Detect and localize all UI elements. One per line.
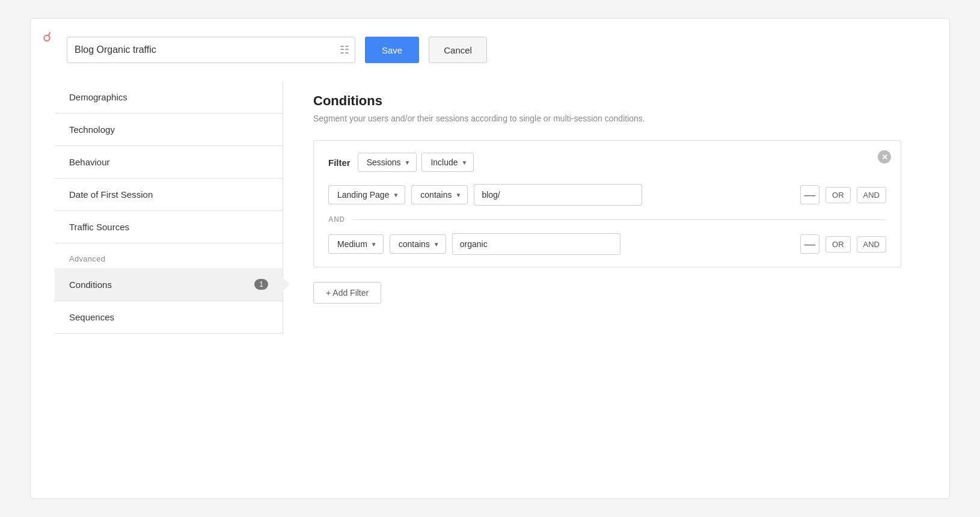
sidebar-item-behaviour[interactable]: Behaviour <box>55 146 283 179</box>
add-filter-button[interactable]: + Add Filter <box>313 282 381 304</box>
remove-row-2-button[interactable]: — <box>800 234 819 254</box>
or-button-2[interactable]: OR <box>825 236 851 252</box>
sidebar-item-traffic-sources[interactable]: Traffic Sources <box>55 211 283 243</box>
top-bar: ☷ Save Cancel <box>67 37 925 63</box>
sidebar: Demographics Technology Behaviour Date o… <box>55 81 283 334</box>
operator-dropdown-2[interactable]: contains ▼ <box>390 234 446 254</box>
include-chevron-icon: ▼ <box>462 159 468 166</box>
filter-value-input-1[interactable] <box>474 184 642 206</box>
and-button-2[interactable]: AND <box>857 236 886 252</box>
close-icon: ✕ <box>881 153 888 161</box>
conditions-description: Segment your users and/or their sessions… <box>313 114 901 123</box>
sidebar-item-conditions[interactable]: Conditions 1 <box>55 268 283 301</box>
segment-name-input[interactable] <box>67 37 355 63</box>
scope-dropdown[interactable]: Sessions ▼ <box>358 153 417 172</box>
filter-header: Filter Sessions ▼ Include ▼ ✕ <box>328 153 886 172</box>
filter-value-input-2[interactable] <box>452 233 620 255</box>
segment-name-input-wrap: ☷ <box>67 37 355 63</box>
advanced-label: Advanced <box>55 243 283 268</box>
and-button-1[interactable]: AND <box>857 187 886 203</box>
close-filter-button[interactable]: ✕ <box>878 150 891 164</box>
conditions-badge: 1 <box>254 279 268 290</box>
filter-card: Filter Sessions ▼ Include ▼ ✕ <box>313 140 901 268</box>
content-area: Conditions Segment your users and/or the… <box>283 81 925 334</box>
operator-chevron-icon-1: ▼ <box>455 192 461 198</box>
main-content: Demographics Technology Behaviour Date o… <box>55 81 925 334</box>
or-button-1[interactable]: OR <box>825 187 851 203</box>
modal-container: ☌ ☷ Save Cancel Demographics Technology … <box>30 18 950 499</box>
include-dropdown[interactable]: Include ▼ <box>421 153 474 172</box>
sidebar-item-date-of-first-session[interactable]: Date of First Session <box>55 179 283 211</box>
operator-dropdown-1[interactable]: contains ▼ <box>411 185 468 204</box>
filter-label: Filter <box>328 158 351 168</box>
sidebar-item-sequences[interactable]: Sequences <box>55 301 283 334</box>
dimension-chevron-icon-1: ▼ <box>393 192 399 198</box>
ga-logo: ☌ <box>43 29 52 45</box>
sidebar-item-demographics[interactable]: Demographics <box>55 81 283 114</box>
conditions-title: Conditions <box>313 93 901 109</box>
remove-row-1-button[interactable]: — <box>800 185 819 204</box>
cancel-button[interactable]: Cancel <box>429 37 487 63</box>
dimension-dropdown-2[interactable]: Medium ▼ <box>328 234 384 254</box>
dimension-chevron-icon-2: ▼ <box>371 241 377 248</box>
and-divider: AND <box>328 215 886 224</box>
save-button[interactable]: Save <box>365 37 419 63</box>
scope-chevron-icon: ▼ <box>405 159 411 166</box>
sidebar-item-technology[interactable]: Technology <box>55 114 283 146</box>
and-divider-line <box>352 219 887 220</box>
dimension-dropdown-1[interactable]: Landing Page ▼ <box>328 185 405 204</box>
operator-chevron-icon-2: ▼ <box>433 241 439 248</box>
filter-row-1: Landing Page ▼ contains ▼ — OR AND <box>328 184 886 206</box>
filter-row-2: Medium ▼ contains ▼ — OR AND <box>328 233 886 255</box>
minus-icon-1: — <box>804 189 815 201</box>
and-divider-text: AND <box>328 215 345 224</box>
minus-icon-2: — <box>804 238 815 251</box>
